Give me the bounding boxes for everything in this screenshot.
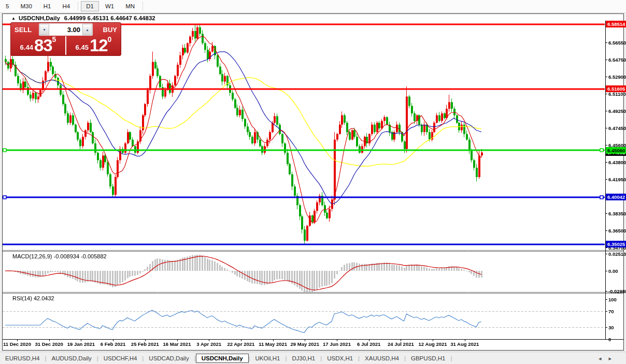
tab-scroll-left-icon[interactable]: ◂ [599, 355, 609, 361]
collapse-triangle-icon[interactable]: ▲ [11, 16, 16, 21]
chart-tab-usdx[interactable]: USDX,H1 [322, 354, 358, 363]
sell-price-prefix: 6.44 [20, 43, 33, 51]
chart-symbol-title: USDCNH,Daily [19, 15, 60, 21]
buy-price-display[interactable]: 6.45 12 0 [66, 36, 121, 55]
chart-tab-usdcad[interactable]: USDCAD,Daily [144, 354, 194, 363]
chart-header: ▲USDCNH,Daily6.44999 6.45131 6.44647 6.4… [11, 15, 155, 21]
chart-tab-xauusd[interactable]: XAUUSD,H4 [360, 354, 404, 363]
volume-input[interactable] [49, 24, 82, 35]
chart-tab-usdchf[interactable]: USDCHF,H4 [98, 354, 143, 363]
chart-tab-ukoil[interactable]: UKOil,H1 [250, 354, 286, 363]
tab-scroll-right-icon[interactable]: ▸ [608, 355, 619, 361]
buy-price-big: 12 [90, 38, 108, 53]
chart-tab-audusd[interactable]: AUDUSD,Daily [46, 354, 96, 363]
one-click-trade-panel: SELL ▼ ▲ BUY 6.44 83 5 6.45 12 0 [10, 22, 121, 56]
volume-decrease-button[interactable]: ▼ [39, 24, 49, 35]
symbol-tab-bar: EURUSD,H4|AUDUSD,Daily|USDCHF,H4|USDCAD,… [0, 352, 626, 364]
sell-price-sup: 5 [52, 35, 56, 43]
tab-separator: | [450, 355, 452, 361]
tab-scroll-arrows[interactable]: ◂▸ [599, 355, 619, 362]
rsi-label: RSI(14) 42.0432 [12, 295, 54, 301]
sell-price-display[interactable]: 6.44 83 5 [11, 36, 66, 55]
sell-price-big: 83 [34, 38, 52, 53]
chart-ohlc-values: 6.44999 6.45131 6.44647 6.44832 [64, 15, 155, 21]
buy-button[interactable]: BUY [93, 26, 121, 34]
chart-tab-eurusd[interactable]: EURUSD,H4 [0, 354, 45, 363]
chart-tab-dj30[interactable]: DJ30,H1 [287, 354, 321, 363]
macd-label: MACD(12,26,9) -0.008934 -0.005882 [12, 253, 107, 259]
buy-price-sup: 0 [108, 35, 112, 43]
sell-button[interactable]: SELL [11, 26, 39, 34]
chart-tab-gbpusd[interactable]: GBPUSD,H1 [406, 354, 450, 363]
volume-group: ▼ ▲ [39, 23, 93, 36]
chart-tab-usdcnh[interactable]: USDCNH,Daily [196, 354, 249, 363]
volume-increase-button[interactable]: ▲ [82, 24, 92, 35]
buy-price-prefix: 6.45 [76, 43, 89, 51]
